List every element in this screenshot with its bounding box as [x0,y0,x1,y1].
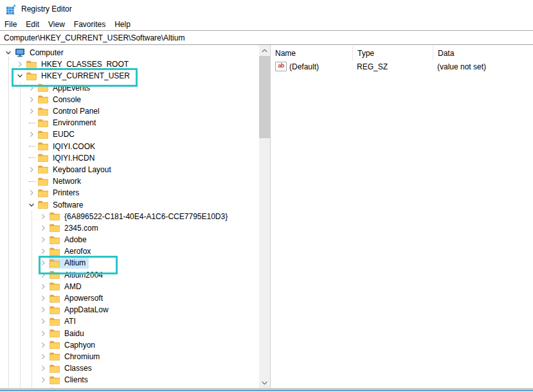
menu-help[interactable]: Help [110,19,135,30]
value-type: REG_SZ [357,62,388,71]
tree-item-printers[interactable]: Printers [0,187,259,199]
column-header-label: Type [357,49,374,58]
chevron-collapsed-icon[interactable] [28,107,37,115]
tree-item-apowersoft[interactable]: Apowersoft [0,292,259,304]
folder-icon [38,200,48,209]
value-data: (value not set) [437,62,486,71]
tree-vertical-scrollbar[interactable] [259,45,270,388]
menu-file[interactable]: File [0,19,21,30]
chevron-collapsed-icon[interactable] [28,189,37,197]
chevron-collapsed-icon[interactable] [40,353,49,361]
column-header-name[interactable]: Name [271,46,352,60]
tree-item-console[interactable]: Console [0,94,259,105]
column-header-type[interactable]: Type [352,46,433,60]
tree-item-adobe[interactable]: Adobe [0,234,259,245]
chevron-collapsed-icon[interactable] [28,166,37,174]
tree-item-computer[interactable]: Computer [0,47,259,58]
chevron-collapsed-icon[interactable] [28,130,37,138]
tree-item-content: AppDataLow [49,305,112,316]
tree-item-keyboard-layout[interactable]: Keyboard Layout [0,164,259,175]
tree-item-altium2004[interactable]: Altium2004 [0,269,259,281]
tree-item-classes[interactable]: Classes [0,362,259,374]
chevron-collapsed-icon[interactable] [40,259,49,267]
scroll-down-button[interactable] [259,377,270,388]
menu-favorites[interactable]: Favorites [69,19,110,30]
chevron-collapsed-icon[interactable] [40,317,49,325]
chevron-collapsed-icon[interactable] [40,271,49,279]
tree-item-6a896522-c181-40e4-a1c6-cce7795e10d3[interactable]: {6A896522-C181-40E4-A1C6-CCE7795E10D3} [0,211,259,222]
folder-icon [38,84,48,93]
tree-item-environment[interactable]: Environment [0,117,259,129]
tree-item-label: Chromium [63,352,101,361]
tree-item-content: AMD [49,281,85,292]
tree-item-content: Console [37,94,84,105]
tree-item-altium[interactable]: Altium [0,257,259,269]
scroll-up-button[interactable] [259,45,270,56]
tree-item-clients[interactable]: Clients [0,374,259,386]
tree-item-iqiyi-hcdn[interactable]: IQIYI.HCDN [0,152,259,164]
column-header-data[interactable]: Data [433,46,533,60]
folder-icon [38,177,48,186]
value-row-default[interactable]: ab(Default)REG_SZ(value not set) [271,60,533,73]
value-data-cell: (value not set) [433,62,533,71]
chevron-collapsed-icon[interactable] [40,330,49,337]
chevron-collapsed-icon[interactable] [28,84,37,92]
main-area: ComputerHKEY_CLASSES_ROOTHKEY_CURRENT_US… [0,45,533,388]
tree-item-hkey-classes-root[interactable]: HKEY_CLASSES_ROOT [0,58,259,70]
chevron-collapsed-icon[interactable] [40,236,49,244]
tree-item-baidu[interactable]: Baidu [0,328,259,339]
chevron-collapsed-icon[interactable] [40,213,49,220]
tree-item-content: Clients [49,375,91,386]
tree-item-aerofox[interactable]: Aerofox [0,245,259,257]
tree-item-appdatalow[interactable]: AppDataLow [0,304,259,316]
chevron-collapsed-icon[interactable] [40,376,49,384]
menu-bar: FileEditViewFavoritesHelp [0,18,533,30]
tree-item-caphyon[interactable]: Caphyon [0,339,259,351]
tree-viewport: ComputerHKEY_CLASSES_ROOTHKEY_CURRENT_US… [0,47,259,388]
tree-item-control-panel[interactable]: Control Panel [0,105,259,117]
value-name: (Default) [289,62,319,71]
tree-item-content: Keyboard Layout [37,164,114,175]
tree-item-network[interactable]: Network [0,175,259,187]
menu-edit[interactable]: Edit [21,19,44,30]
folder-icon [50,352,60,361]
tree-item-iqiyi-cook[interactable]: IQIYI.COOK [0,141,259,152]
tree-item-ati[interactable]: ATI [0,316,259,327]
tree-item-content: HKEY_CURRENT_USER [26,71,133,82]
tree-item-label: Control Panel [51,107,101,116]
chevron-collapsed-icon[interactable] [40,306,49,314]
chevron-collapsed-icon[interactable] [40,294,49,302]
tree-item-chromium[interactable]: Chromium [0,351,259,362]
tree-item-label: AppEvents [51,84,91,93]
tree-item-label: Clients [63,375,89,384]
scrollbar-thumb[interactable] [259,56,270,138]
tree-item-label: Classes [63,364,93,373]
chevron-expanded-icon[interactable] [17,72,26,80]
tree-rows: ComputerHKEY_CLASSES_ROOTHKEY_CURRENT_US… [0,47,259,388]
tree-item-hkey-current-user[interactable]: HKEY_CURRENT_USER [0,70,259,82]
folder-icon [26,71,37,80]
address-bar[interactable]: Computer\HKEY_CURRENT_USER\Software\Alti… [0,30,533,45]
chevron-collapsed-icon[interactable] [17,60,26,68]
chevron-expanded-icon[interactable] [5,49,14,57]
folder-icon [38,165,48,174]
folder-icon [50,317,60,326]
chevron-collapsed-icon[interactable] [40,364,49,372]
chevron-collapsed-icon[interactable] [40,247,49,255]
tree-item-label: Baidu [63,329,86,338]
chevron-collapsed-icon[interactable] [28,96,37,103]
tree-item-software[interactable]: Software [0,199,259,210]
menu-view[interactable]: View [44,19,69,30]
chevron-collapsed-icon[interactable] [40,283,49,290]
folder-icon [50,294,60,303]
chevron-expanded-icon[interactable] [28,201,37,209]
tree-item-amd[interactable]: AMD [0,281,259,292]
chevron-collapsed-icon[interactable] [40,341,49,349]
tree-item-label: Printers [51,188,80,197]
tree-item-2345-com[interactable]: 2345.com [0,222,259,234]
tree-item-content: ATI [49,316,79,327]
tree-item-eudc[interactable]: EUDC [0,129,259,140]
chevron-collapsed-icon[interactable] [40,224,49,232]
tree-item-content: Aerofox [49,246,94,257]
tree-item-appevents[interactable]: AppEvents [0,82,259,94]
